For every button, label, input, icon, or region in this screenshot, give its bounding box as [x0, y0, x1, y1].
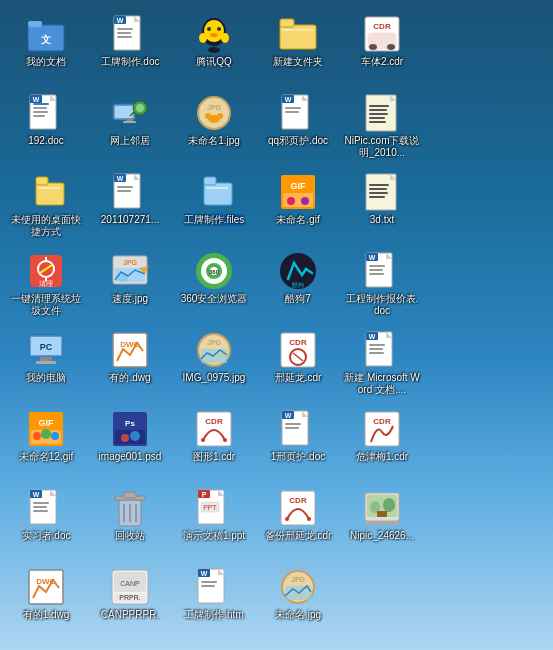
- svg-point-87: [199, 33, 207, 43]
- svg-text:W: W: [285, 412, 292, 419]
- icon-new-folder[interactable]: 新建文件夹: [258, 10, 338, 85]
- icon-my-docs[interactable]: 文 我的文档: [6, 10, 86, 85]
- svg-rect-36: [33, 510, 48, 512]
- icon-kuogou[interactable]: 酷狗 酷狗7: [258, 247, 338, 322]
- icon-my-computer[interactable]: PC 我的电脑: [6, 326, 86, 401]
- svg-rect-147: [285, 427, 299, 429]
- svg-text:GIF: GIF: [291, 181, 307, 191]
- svg-point-159: [387, 44, 395, 50]
- svg-rect-123: [280, 19, 294, 27]
- svg-rect-13: [38, 187, 60, 189]
- svg-text:W: W: [285, 96, 292, 103]
- svg-point-83: [204, 20, 224, 42]
- svg-rect-178: [369, 269, 383, 271]
- svg-point-192: [383, 498, 395, 512]
- svg-rect-163: [369, 109, 387, 111]
- icon-image001-psd[interactable]: Ps image001.psd: [90, 405, 170, 480]
- svg-rect-184: [369, 344, 385, 346]
- svg-rect-172: [369, 196, 385, 198]
- svg-text:W: W: [369, 333, 376, 340]
- icon-nipic24626[interactable]: Nipic_24626...: [342, 484, 422, 559]
- icon-unnamed1-jpg[interactable]: JPG 未命名1.jpg: [174, 89, 254, 164]
- icon-unnamed12-gif[interactable]: GIF 未命名12.gif: [6, 405, 86, 480]
- svg-rect-96: [204, 177, 216, 185]
- icon-unnamed-jpg[interactable]: JPG 未命名.jpg: [258, 563, 338, 638]
- icon-gongpai-doc[interactable]: W 工牌制作.doc: [90, 10, 170, 85]
- svg-point-88: [221, 33, 229, 43]
- svg-rect-170: [369, 188, 387, 190]
- icon-img0975-jpg[interactable]: JPG IMG_0975.jpg: [174, 326, 254, 401]
- icon-trainee-doc[interactable]: W 实习者.doc: [6, 484, 86, 559]
- svg-rect-44: [117, 32, 131, 34]
- svg-point-89: [208, 47, 220, 53]
- desktop: 文 我的文档 W 192.doc: [0, 0, 553, 650]
- svg-rect-121: [201, 585, 215, 587]
- svg-text:360: 360: [209, 269, 220, 275]
- icon-gongpai-files[interactable]: 工牌制作.files: [174, 168, 254, 243]
- icon-you1-dwg[interactable]: DWG 有的1.dwg: [6, 563, 86, 638]
- icon-you-dwg[interactable]: DWG 有的.dwg: [90, 326, 170, 401]
- svg-text:PRPR.: PRPR.: [119, 594, 140, 601]
- svg-rect-193: [377, 511, 387, 517]
- icon-3d-txt[interactable]: 3d.txt: [342, 168, 422, 243]
- svg-rect-179: [369, 273, 384, 275]
- svg-rect-35: [33, 506, 47, 508]
- icon-192-doc[interactable]: W 192.doc: [6, 89, 86, 164]
- svg-text:文: 文: [41, 34, 51, 45]
- svg-rect-12: [36, 177, 48, 185]
- svg-point-28: [41, 429, 51, 439]
- svg-rect-5: [33, 103, 49, 105]
- icon-network-neighbor[interactable]: 网上邻居: [90, 89, 170, 164]
- svg-point-150: [285, 517, 289, 521]
- svg-text:JPG: JPG: [207, 104, 222, 111]
- icon-dangerous-cdr[interactable]: CDR 危津梅1.cdr: [342, 405, 422, 480]
- icon-xing-cdr[interactable]: CDR 邢延龙.cdr: [258, 326, 338, 401]
- icon-recycle-bin[interactable]: 回收站: [90, 484, 170, 559]
- svg-rect-49: [123, 121, 136, 123]
- icon-demo-ppt[interactable]: P PPT 演示文稿1.ppt: [174, 484, 254, 559]
- icon-qq[interactable]: 腾讯QQ: [174, 10, 254, 85]
- icon-gongpai-htm[interactable]: W 工牌制作.htm: [174, 563, 254, 638]
- svg-point-151: [307, 517, 311, 521]
- svg-rect-22: [36, 361, 56, 364]
- icon-engineering-doc[interactable]: W 工程制作报价表.doc: [342, 247, 422, 322]
- svg-rect-122: [280, 25, 316, 49]
- icon-unnamed-gif[interactable]: GIF 未命名.gif: [258, 168, 338, 243]
- svg-rect-97: [206, 187, 228, 189]
- icon-backup-cdr[interactable]: CDR 备份邢延龙.cdr: [258, 484, 338, 559]
- svg-text:GIF: GIF: [39, 418, 55, 428]
- svg-rect-124: [282, 29, 314, 31]
- svg-point-134: [287, 197, 295, 205]
- svg-rect-73: [124, 492, 136, 498]
- icon-protect-doc[interactable]: W 1邢页护.doc: [258, 405, 338, 480]
- svg-point-70: [130, 431, 140, 441]
- svg-rect-7: [33, 111, 48, 113]
- svg-text:JPG: JPG: [291, 576, 306, 583]
- svg-rect-169: [369, 184, 389, 186]
- svg-rect-120: [201, 581, 217, 583]
- svg-rect-95: [204, 183, 232, 205]
- icon-360-browser[interactable]: 360 360安全浏览器: [174, 247, 254, 322]
- icon-clean-system[interactable]: 清理 一键清理系统垃圾文件: [6, 247, 86, 322]
- svg-rect-165: [369, 117, 385, 119]
- icon-shape1-cdr[interactable]: CDR 图形1.cdr: [174, 405, 254, 480]
- svg-point-158: [369, 44, 377, 50]
- svg-point-86: [210, 33, 218, 37]
- icon-carb2-cdr[interactable]: CDR 车体2.cdr: [342, 10, 422, 85]
- svg-point-90: [198, 97, 230, 129]
- svg-rect-185: [369, 348, 383, 350]
- svg-rect-21: [40, 357, 52, 361]
- icon-date-doc[interactable]: W 201107271...: [90, 168, 170, 243]
- icon-unused-shortcut[interactable]: 未使用的桌面快捷方式: [6, 168, 86, 243]
- svg-point-69: [121, 434, 129, 442]
- icon-nipic-download[interactable]: NiPic.com下载说明_2010...: [342, 89, 422, 164]
- icon-new-word-doc[interactable]: W 新建 Microsoft Word 文档....: [342, 326, 422, 401]
- icon-speed-jpg[interactable]: JPG 速度.jpg: [90, 247, 170, 322]
- svg-rect-130: [285, 111, 299, 113]
- svg-rect-43: [117, 28, 133, 30]
- icon-qq-protect-doc[interactable]: W qq邪页护.doc: [258, 89, 338, 164]
- svg-text:JPG: JPG: [123, 259, 138, 266]
- svg-text:清理: 清理: [39, 280, 53, 287]
- icon-canpprpr[interactable]: CANP PRPR. CANPPRPR.: [90, 563, 170, 638]
- svg-rect-45: [117, 36, 132, 38]
